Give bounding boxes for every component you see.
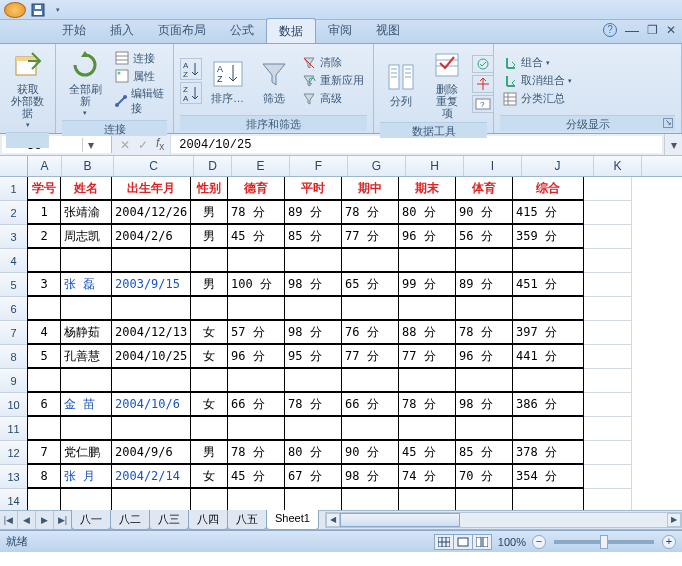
page-break-view-icon[interactable] (472, 534, 492, 550)
reapply-button[interactable]: 重新应用 (299, 72, 366, 90)
cell[interactable] (341, 368, 399, 392)
cell[interactable]: 2004/10/6 (111, 392, 191, 416)
cell[interactable]: 女 (190, 464, 228, 488)
cell[interactable] (227, 416, 285, 440)
cell[interactable] (584, 321, 632, 345)
cell[interactable]: 2004/12/26 (111, 200, 191, 224)
column-header[interactable]: I (464, 156, 522, 176)
ungroup-button[interactable]: 取消组合▾ (500, 72, 574, 90)
tab-审阅[interactable]: 审阅 (316, 18, 364, 43)
cell[interactable]: 89 分 (284, 200, 342, 224)
cell[interactable]: 女 (190, 344, 228, 368)
cell[interactable]: 期中 (341, 176, 399, 200)
cell[interactable] (190, 488, 228, 510)
cell[interactable]: 77 分 (341, 224, 399, 248)
cell[interactable]: 56 分 (455, 224, 513, 248)
cell[interactable]: 78 分 (227, 200, 285, 224)
select-all-cell[interactable] (0, 156, 28, 176)
cell[interactable] (27, 248, 61, 272)
confirm-entry-icon[interactable]: ✓ (138, 138, 148, 152)
cell[interactable]: 85 分 (455, 440, 513, 464)
cell[interactable]: 党仁鹏 (60, 440, 112, 464)
cell[interactable] (27, 488, 61, 510)
cell[interactable]: 女 (190, 392, 228, 416)
cell[interactable]: 78 分 (398, 392, 456, 416)
cell[interactable]: 姓名 (60, 176, 112, 200)
row-header[interactable]: 7 (0, 321, 28, 345)
close-window-icon[interactable]: ✕ (666, 23, 676, 37)
fx-icon[interactable]: fx (156, 136, 164, 152)
cell[interactable]: 90 分 (341, 440, 399, 464)
cell[interactable] (455, 416, 513, 440)
cell[interactable]: 77 分 (398, 344, 456, 368)
cell[interactable]: 1 (27, 200, 61, 224)
column-header[interactable]: D (194, 156, 232, 176)
cell[interactable]: 99 分 (398, 272, 456, 296)
zoom-level-label[interactable]: 100% (498, 536, 526, 548)
cell[interactable] (341, 416, 399, 440)
cell[interactable]: 397 分 (512, 320, 584, 344)
cell[interactable]: 65 分 (341, 272, 399, 296)
name-box-dropdown-icon[interactable]: ▾ (82, 138, 98, 152)
row-header[interactable]: 5 (0, 273, 28, 297)
office-button[interactable] (4, 2, 26, 18)
sheet-tab[interactable]: 八二 (110, 510, 150, 530)
cell[interactable]: 2003/9/15 (111, 272, 191, 296)
cell[interactable]: 100 分 (227, 272, 285, 296)
filter-button[interactable]: 筛选 (253, 55, 295, 107)
remove-duplicates-button[interactable]: 删除 重复项 (426, 46, 468, 122)
row-header[interactable]: 9 (0, 369, 28, 393)
cell[interactable] (584, 249, 632, 273)
cell[interactable]: 2004/9/6 (111, 440, 191, 464)
whatif-icon[interactable]: ? (472, 95, 494, 113)
cell[interactable] (284, 368, 342, 392)
cell[interactable]: 451 分 (512, 272, 584, 296)
cell[interactable]: 96 分 (455, 344, 513, 368)
cell[interactable]: 57 分 (227, 320, 285, 344)
cell[interactable] (284, 488, 342, 510)
cell[interactable]: 359 分 (512, 224, 584, 248)
row-header[interactable]: 1 (0, 177, 28, 201)
scroll-right-icon[interactable]: ▶ (667, 513, 681, 527)
cell[interactable]: 98 分 (341, 464, 399, 488)
zoom-out-icon[interactable]: − (532, 535, 546, 549)
formula-input[interactable] (171, 136, 662, 153)
cell[interactable] (512, 488, 584, 510)
cell[interactable] (341, 296, 399, 320)
cell[interactable]: 6 (27, 392, 61, 416)
cell[interactable] (227, 368, 285, 392)
page-layout-view-icon[interactable] (453, 534, 473, 550)
cell[interactable]: 98 分 (284, 320, 342, 344)
cell[interactable]: 德育 (227, 176, 285, 200)
cell[interactable] (584, 489, 632, 510)
cell[interactable]: 415 分 (512, 200, 584, 224)
get-external-data-button[interactable]: 获取 外部数据 ▾ (6, 46, 49, 132)
cell[interactable]: 78 分 (455, 320, 513, 344)
cell[interactable] (398, 248, 456, 272)
help-icon[interactable]: ? (603, 23, 617, 37)
cell[interactable]: 期末 (398, 176, 456, 200)
spreadsheet-grid[interactable]: ABCDEFGHIJK 1学号姓名出生年月性别德育平时期中期末体育综合21张靖渝… (0, 156, 682, 510)
cell[interactable]: 90 分 (455, 200, 513, 224)
cell[interactable]: 98 分 (284, 272, 342, 296)
cell[interactable] (584, 465, 632, 489)
cell[interactable]: 4 (27, 320, 61, 344)
cell[interactable]: 综合 (512, 176, 584, 200)
consolidate-icon[interactable] (472, 75, 494, 93)
cell[interactable]: 出生年月 (111, 176, 191, 200)
cell[interactable] (284, 248, 342, 272)
cell[interactable]: 80 分 (398, 200, 456, 224)
cell[interactable]: 66 分 (227, 392, 285, 416)
qat-save-icon[interactable] (30, 2, 46, 18)
cell[interactable]: 金 苗 (60, 392, 112, 416)
cell[interactable] (512, 368, 584, 392)
edit-links-button[interactable]: 编辑链接 (112, 85, 167, 117)
cell[interactable] (60, 368, 112, 392)
cell[interactable] (512, 416, 584, 440)
cell[interactable]: 45 分 (398, 440, 456, 464)
cell[interactable] (512, 248, 584, 272)
row-header[interactable]: 4 (0, 249, 28, 273)
column-header[interactable]: B (62, 156, 114, 176)
cell[interactable] (27, 368, 61, 392)
cell[interactable] (190, 416, 228, 440)
